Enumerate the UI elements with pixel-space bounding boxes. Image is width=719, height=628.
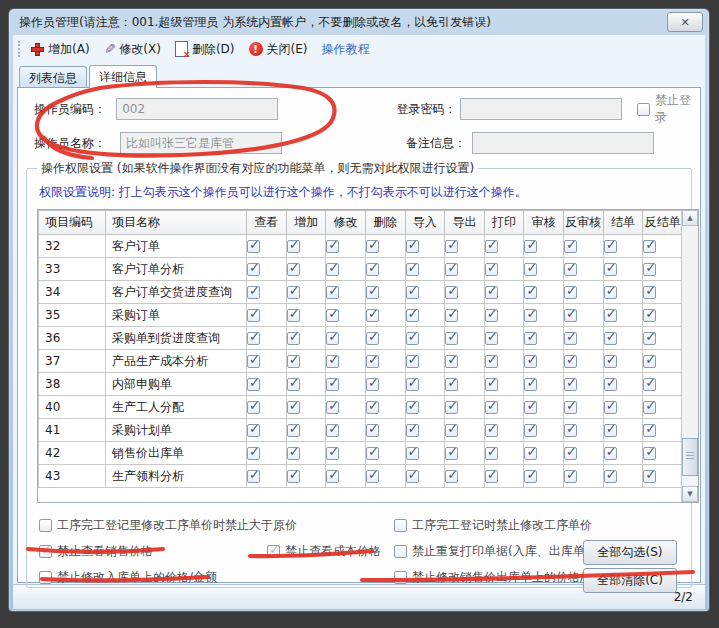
permission-checkbox[interactable]	[524, 378, 537, 391]
delete-button[interactable]: 删除(D)	[175, 41, 235, 58]
table-row[interactable]: 33客户订单分析	[39, 258, 683, 281]
checkbox-box[interactable]	[39, 545, 52, 558]
table-row[interactable]: 35采购订单	[39, 304, 683, 327]
permission-checkbox[interactable]	[604, 332, 617, 345]
permission-checkbox[interactable]	[326, 286, 339, 299]
permission-checkbox[interactable]	[604, 355, 617, 368]
permission-checkbox[interactable]	[326, 401, 339, 414]
permission-checkbox[interactable]	[247, 447, 260, 460]
option-checkbox[interactable]: 禁止修改入库单上的价格/金额	[39, 569, 394, 586]
table-row[interactable]: 32客户订单	[39, 235, 683, 258]
table-row[interactable]: 41采购计划单	[39, 419, 683, 442]
tab-detail-info[interactable]: 详细信息	[89, 65, 157, 88]
permission-checkbox[interactable]	[564, 401, 577, 414]
permission-checkbox[interactable]	[445, 378, 458, 391]
vertical-scrollbar[interactable]: ▲ ▼	[681, 210, 698, 502]
clear-all-button[interactable]: 全部清除(C)	[583, 568, 677, 593]
permission-checkbox[interactable]	[366, 355, 379, 368]
checkbox-box[interactable]	[39, 571, 52, 584]
table-row[interactable]: 37产品生产成本分析	[39, 350, 683, 373]
permission-checkbox[interactable]	[406, 240, 419, 253]
checkbox-box[interactable]	[267, 545, 280, 558]
check-all-button[interactable]: 全部勾选(S)	[583, 540, 677, 565]
add-button[interactable]: 增加(A)	[31, 41, 90, 58]
permission-checkbox[interactable]	[445, 286, 458, 299]
checkbox-box[interactable]	[39, 519, 52, 532]
permission-checkbox[interactable]	[247, 378, 260, 391]
option-checkbox[interactable]: 禁止修改销售价出库单上的价格/金额	[394, 569, 608, 586]
permission-checkbox[interactable]	[445, 401, 458, 414]
permission-checkbox[interactable]	[366, 401, 379, 414]
permission-checkbox[interactable]	[445, 470, 458, 483]
permission-checkbox[interactable]	[287, 378, 300, 391]
permission-checkbox[interactable]	[287, 332, 300, 345]
permission-checkbox[interactable]	[485, 286, 498, 299]
permission-checkbox[interactable]	[643, 401, 656, 414]
permission-checkbox[interactable]	[326, 447, 339, 460]
permission-checkbox[interactable]	[524, 240, 537, 253]
permission-checkbox[interactable]	[604, 263, 617, 276]
permission-checkbox[interactable]	[564, 378, 577, 391]
permission-checkbox[interactable]	[524, 286, 537, 299]
permission-checkbox[interactable]	[564, 470, 577, 483]
permission-checkbox[interactable]	[287, 470, 300, 483]
option-checkbox[interactable]: 工序完工登记里修改工序单价时禁止大于原价	[39, 517, 394, 534]
permission-checkbox[interactable]	[247, 470, 260, 483]
table-row[interactable]: 36采购单到货进度查询	[39, 327, 683, 350]
permission-checkbox[interactable]	[406, 263, 419, 276]
permission-checkbox[interactable]	[524, 263, 537, 276]
table-row[interactable]: 34客户订单交货进度查询	[39, 281, 683, 304]
permission-checkbox[interactable]	[604, 470, 617, 483]
permission-checkbox[interactable]	[287, 355, 300, 368]
permission-checkbox[interactable]	[604, 240, 617, 253]
permission-checkbox[interactable]	[564, 309, 577, 322]
permission-checkbox[interactable]	[406, 332, 419, 345]
permission-checkbox[interactable]	[643, 355, 656, 368]
permission-checkbox[interactable]	[643, 332, 656, 345]
permission-checkbox[interactable]	[287, 447, 300, 460]
checkbox-box[interactable]	[394, 571, 407, 584]
permission-checkbox[interactable]	[445, 447, 458, 460]
permission-checkbox[interactable]	[643, 240, 656, 253]
permission-checkbox[interactable]	[326, 424, 339, 437]
permission-checkbox[interactable]	[406, 447, 419, 460]
permission-checkbox[interactable]	[445, 240, 458, 253]
permission-checkbox[interactable]	[564, 355, 577, 368]
password-input[interactable]	[460, 98, 622, 120]
permission-checkbox[interactable]	[287, 309, 300, 322]
permission-checkbox[interactable]	[287, 286, 300, 299]
permission-checkbox[interactable]	[366, 378, 379, 391]
scroll-thumb[interactable]	[682, 438, 698, 476]
permission-checkbox[interactable]	[247, 355, 260, 368]
scroll-down-arrow[interactable]: ▼	[682, 486, 698, 502]
operator-code-input[interactable]	[116, 98, 278, 120]
permission-checkbox[interactable]	[604, 424, 617, 437]
permission-checkbox[interactable]	[564, 424, 577, 437]
permission-checkbox[interactable]	[485, 332, 498, 345]
permission-checkbox[interactable]	[485, 309, 498, 322]
permission-checkbox[interactable]	[406, 309, 419, 322]
permission-checkbox[interactable]	[366, 332, 379, 345]
permission-checkbox[interactable]	[406, 401, 419, 414]
permission-checkbox[interactable]	[485, 401, 498, 414]
permission-checkbox[interactable]	[643, 378, 656, 391]
permission-checkbox[interactable]	[326, 378, 339, 391]
window-close-button[interactable]: ✕	[667, 12, 703, 32]
permission-checkbox[interactable]	[326, 355, 339, 368]
permission-checkbox[interactable]	[524, 309, 537, 322]
checkbox-box[interactable]	[394, 545, 407, 558]
permission-checkbox[interactable]	[485, 470, 498, 483]
permission-checkbox[interactable]	[524, 424, 537, 437]
permission-checkbox[interactable]	[287, 424, 300, 437]
permission-checkbox[interactable]	[326, 263, 339, 276]
permission-checkbox[interactable]	[326, 309, 339, 322]
permission-checkbox[interactable]	[604, 401, 617, 414]
permission-checkbox[interactable]	[326, 332, 339, 345]
permission-checkbox[interactable]	[247, 424, 260, 437]
permission-checkbox[interactable]	[287, 401, 300, 414]
permission-checkbox[interactable]	[524, 332, 537, 345]
option-checkbox[interactable]: 工序完工登记时禁止修改工序单价	[394, 517, 592, 534]
table-row[interactable]: 43生产领料分析	[39, 465, 683, 488]
tab-list-info[interactable]: 列表信息	[19, 66, 87, 87]
permission-checkbox[interactable]	[366, 424, 379, 437]
